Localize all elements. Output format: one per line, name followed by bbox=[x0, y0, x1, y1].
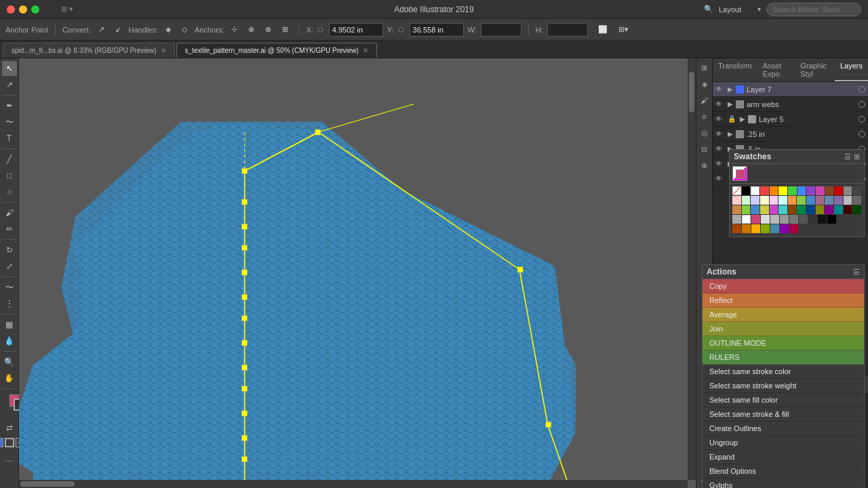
transform-tab[interactable]: Transform bbox=[713, 58, 757, 81]
swatch-r4-2[interactable] bbox=[742, 215, 751, 224]
handles-btn2[interactable]: ◇ bbox=[178, 23, 191, 36]
swatch-pink[interactable] bbox=[816, 186, 825, 195]
swatch-r2-9[interactable] bbox=[806, 196, 815, 205]
swatch-r4-9[interactable] bbox=[808, 215, 817, 224]
swatch-gray[interactable] bbox=[844, 186, 852, 195]
action-reflect[interactable]: Reflect bbox=[703, 293, 864, 308]
swatch-r4-3[interactable] bbox=[751, 215, 760, 224]
convert-btn1[interactable]: ↗ bbox=[95, 23, 108, 36]
transform-btn[interactable]: ⬜ bbox=[595, 23, 611, 36]
swatch-r4-4[interactable] bbox=[761, 215, 770, 224]
action-select-stroke-color[interactable]: Select same stroke color bbox=[703, 365, 864, 379]
swatch-r3-11[interactable] bbox=[825, 205, 833, 214]
swatch-r3-10[interactable] bbox=[816, 205, 825, 214]
swatch-r5-1[interactable] bbox=[732, 224, 741, 233]
swatch-r3-3[interactable] bbox=[751, 205, 760, 214]
swatch-r3-13[interactable] bbox=[844, 205, 852, 214]
swatch-r2-1[interactable] bbox=[732, 196, 741, 205]
swatch-r5-3[interactable] bbox=[751, 224, 760, 233]
brush-tool[interactable]: 🖌 bbox=[2, 205, 17, 220]
close-button[interactable] bbox=[7, 5, 15, 14]
swatch-r2-7[interactable] bbox=[788, 196, 797, 205]
action-rulers[interactable]: RULERS bbox=[703, 350, 864, 365]
swatch-r3-12[interactable] bbox=[834, 205, 843, 214]
actions-menu-btn[interactable]: ☰ bbox=[853, 268, 860, 277]
swatch-none[interactable] bbox=[732, 186, 741, 195]
swatch-black[interactable] bbox=[742, 186, 751, 195]
align-panel-btn[interactable]: ⊟ bbox=[698, 142, 711, 156]
swatch-r5-7[interactable] bbox=[789, 224, 798, 233]
direct-select-tool[interactable]: ↗ bbox=[2, 77, 17, 92]
pathfinder-btn[interactable]: ⊕ bbox=[698, 159, 711, 172]
none-swatch[interactable] bbox=[732, 166, 747, 181]
swatch-r4-7[interactable] bbox=[789, 215, 798, 224]
swatch-r5-5[interactable] bbox=[770, 224, 779, 233]
swatch-r2-6[interactable] bbox=[778, 196, 787, 205]
pencil-tool[interactable]: ✏ bbox=[2, 222, 17, 237]
action-glyphs[interactable]: Gylphs bbox=[703, 479, 864, 488]
vertical-scrollbar[interactable] bbox=[688, 58, 696, 480]
armwebs-expand[interactable]: ▶ bbox=[728, 100, 733, 108]
anchors-btn1[interactable]: ⊹ bbox=[228, 23, 241, 36]
swatch-r2-5[interactable] bbox=[770, 196, 778, 205]
action-outline-mode[interactable]: OUTLINE MODE bbox=[703, 336, 864, 350]
layer1-vis[interactable]: 👁 bbox=[715, 175, 725, 182]
swatch-r3-1[interactable] bbox=[732, 205, 741, 214]
glovewebs-vis[interactable]: 👁 bbox=[715, 160, 725, 167]
handles-btn1[interactable]: ◈ bbox=[162, 23, 174, 36]
swatch-yellow[interactable] bbox=[778, 186, 787, 195]
swatch-r3-5[interactable] bbox=[770, 205, 778, 214]
layer-item-layer5[interactable]: 👁 🔒 ▶ Layer 5 bbox=[713, 112, 868, 127]
swatch-r2-10[interactable] bbox=[816, 196, 825, 205]
search-input[interactable] bbox=[766, 3, 861, 16]
swatch-blue[interactable] bbox=[797, 186, 806, 195]
layer-btn[interactable]: ≡ bbox=[698, 110, 711, 123]
25in-vis[interactable]: 👁 bbox=[715, 130, 725, 138]
swatch-r4-5[interactable] bbox=[770, 215, 779, 224]
layer7-expand[interactable]: ▶ bbox=[728, 85, 733, 93]
brush-panel-btn[interactable]: 🖌 bbox=[698, 94, 711, 107]
layer-item-layer7[interactable]: 👁 ▶ Layer 7 bbox=[713, 82, 868, 97]
appearance-btn[interactable]: ◎ bbox=[698, 126, 711, 140]
rect-tool[interactable]: □ bbox=[2, 168, 17, 183]
action-join[interactable]: Join bbox=[703, 322, 864, 336]
zoom-tool[interactable]: 🔍 bbox=[2, 354, 17, 369]
type-tool[interactable]: T bbox=[2, 131, 17, 146]
curvature-tool[interactable]: 〜 bbox=[2, 115, 17, 129]
swatch-r3-9[interactable] bbox=[806, 205, 815, 214]
swatch-r4-11[interactable] bbox=[827, 215, 836, 224]
swatch-r3-4[interactable] bbox=[760, 205, 769, 214]
rotate-tool[interactable]: ↻ bbox=[2, 243, 17, 258]
action-average[interactable]: Average bbox=[703, 308, 864, 322]
pen-tool[interactable]: ✒ bbox=[2, 98, 17, 113]
swatch-r3-2[interactable] bbox=[742, 205, 751, 214]
swatch-r2-3[interactable] bbox=[751, 196, 760, 205]
action-select-stroke-fill[interactable]: Select same stroke & fill bbox=[703, 407, 864, 422]
layer7-vis-eye[interactable]: 👁 bbox=[715, 85, 725, 93]
swatch-r2-8[interactable] bbox=[797, 196, 806, 205]
eyedrop-tool[interactable]: 💧 bbox=[2, 333, 17, 348]
horizontal-scrollbar[interactable] bbox=[19, 480, 688, 488]
hscroll-thumb[interactable] bbox=[20, 481, 75, 487]
tab-1-close[interactable]: ✕ bbox=[161, 47, 166, 54]
properties-btn[interactable]: ⊞ bbox=[698, 61, 711, 75]
swatch-r2-2[interactable] bbox=[742, 196, 751, 205]
swatch-orange[interactable] bbox=[770, 186, 778, 195]
x-input[interactable] bbox=[329, 23, 383, 37]
layer7-target[interactable] bbox=[859, 86, 865, 93]
h-input[interactable] bbox=[547, 23, 588, 37]
anchors-btn2[interactable]: ⊕ bbox=[245, 23, 258, 36]
swap-colors-btn[interactable]: ⇄ bbox=[2, 420, 17, 435]
action-ungroup[interactable]: Ungroup bbox=[703, 436, 864, 450]
asset-export-tab[interactable]: Asset Expo bbox=[757, 58, 795, 81]
layout-button[interactable]: Layout bbox=[719, 5, 741, 14]
tab-2-close[interactable]: ✕ bbox=[363, 47, 368, 54]
swatch-r4-6[interactable] bbox=[780, 215, 789, 224]
swatch-r4-1[interactable] bbox=[732, 215, 741, 224]
swatch-r2-4[interactable] bbox=[760, 196, 769, 205]
color-btn[interactable]: ◈ bbox=[698, 77, 711, 91]
swatch-r5-2[interactable] bbox=[742, 224, 751, 233]
select-tool[interactable]: ↖ bbox=[2, 61, 17, 76]
swatch-r3-14[interactable] bbox=[852, 205, 861, 214]
armwebs-target[interactable] bbox=[859, 101, 865, 108]
